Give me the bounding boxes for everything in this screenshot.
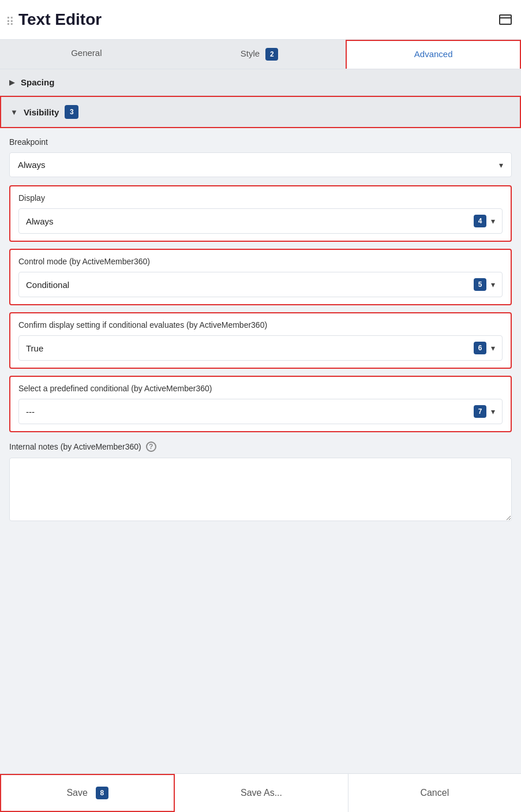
- display-badge: 4: [474, 215, 486, 227]
- predefined-conditional-badge: 7: [474, 405, 486, 418]
- notes-help-icon[interactable]: ?: [146, 441, 156, 452]
- visibility-badge: 3: [65, 105, 78, 119]
- notes-label: Internal notes (by ActiveMember360) ?: [9, 441, 512, 452]
- tab-advanced[interactable]: Advanced: [346, 40, 521, 69]
- content-area: ▶ Spacing ▼ Visibility 3 Breakpoint Alwa…: [0, 69, 521, 773]
- confirm-display-field-group: Confirm display setting if conditional e…: [9, 312, 512, 369]
- visibility-title: Visibility: [24, 107, 59, 117]
- breakpoint-select[interactable]: Always ▾: [9, 152, 512, 177]
- control-mode-select[interactable]: Conditional 5 ▾: [18, 272, 503, 297]
- panel-title: Text Editor: [18, 10, 102, 29]
- tabs-container: General Style 2 Advanced: [0, 40, 521, 69]
- display-value: Always: [26, 216, 54, 226]
- notes-textarea[interactable]: [9, 458, 512, 521]
- control-mode-label: Control mode (by ActiveMember360): [18, 257, 503, 266]
- panel: ⠿ Text Editor General Style 2 Advanced ▶…: [0, 0, 521, 812]
- control-mode-field-group: Control mode (by ActiveMember360) Condit…: [9, 249, 512, 305]
- spacing-section-header[interactable]: ▶ Spacing: [0, 69, 521, 96]
- tab-general[interactable]: General: [0, 40, 173, 69]
- confirm-display-label: Confirm display setting if conditional e…: [18, 320, 503, 330]
- breakpoint-label: Breakpoint: [9, 137, 512, 147]
- control-mode-badge: 5: [474, 278, 486, 291]
- predefined-conditional-select[interactable]: --- 7 ▾: [18, 399, 503, 424]
- spacing-chevron: ▶: [9, 78, 15, 87]
- save-as-button[interactable]: Save As...: [175, 774, 348, 812]
- window-icon[interactable]: [499, 14, 512, 25]
- display-label: Display: [18, 193, 503, 203]
- predefined-conditional-value: ---: [26, 407, 35, 417]
- save-button[interactable]: Save 8: [0, 774, 175, 812]
- notes-section: Internal notes (by ActiveMember360) ?: [9, 439, 512, 523]
- save-badge: 8: [96, 787, 108, 799]
- control-mode-value: Conditional: [26, 280, 69, 290]
- breakpoint-chevron-icon: ▾: [499, 160, 503, 170]
- visibility-chevron: ▼: [10, 108, 18, 117]
- confirm-display-chevron-icon: ▾: [491, 343, 495, 353]
- confirm-display-badge: 6: [474, 342, 486, 354]
- footer: Save 8 Save As... Cancel: [0, 773, 521, 812]
- breakpoint-section: Breakpoint Always ▾: [9, 137, 512, 185]
- confirm-display-select[interactable]: True 6 ▾: [18, 335, 503, 361]
- breakpoint-value: Always: [18, 160, 46, 170]
- panel-header: ⠿ Text Editor: [0, 0, 521, 40]
- visibility-section-header[interactable]: ▼ Visibility 3: [0, 96, 521, 128]
- display-select[interactable]: Always 4 ▾: [18, 208, 503, 234]
- predefined-conditional-field-group: Select a predefined conditional (by Acti…: [9, 376, 512, 432]
- spacing-title: Spacing: [21, 77, 54, 87]
- predefined-conditional-chevron-icon: ▾: [491, 407, 495, 416]
- tab-style[interactable]: Style 2: [173, 40, 346, 69]
- visibility-body: Breakpoint Always ▾ Display Always 4 ▾: [0, 128, 521, 533]
- style-badge: 2: [265, 48, 278, 61]
- display-chevron-icon: ▾: [491, 216, 495, 226]
- cancel-button[interactable]: Cancel: [348, 774, 521, 812]
- confirm-display-value: True: [26, 343, 43, 353]
- drag-handle[interactable]: ⠿: [6, 16, 14, 28]
- predefined-conditional-label: Select a predefined conditional (by Acti…: [18, 384, 503, 393]
- control-mode-chevron-icon: ▾: [491, 280, 495, 289]
- display-field-group: Display Always 4 ▾: [9, 185, 512, 242]
